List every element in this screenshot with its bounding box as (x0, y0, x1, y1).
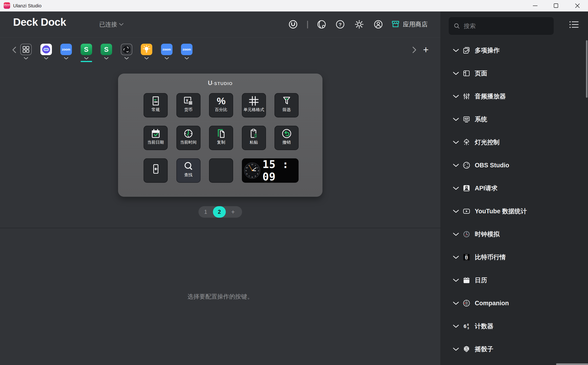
deck-key-back[interactable] (144, 158, 168, 183)
chevron-down-icon[interactable] (44, 57, 48, 60)
add-page-button[interactable]: + (226, 209, 240, 216)
sidebar-category-companion[interactable]: Companion (441, 292, 588, 315)
app-store-button[interactable]: 应用商店 (391, 11, 428, 37)
svg-text:7: 7 (248, 175, 249, 177)
actions-sidebar: 多项操作 页面 音频播放器 (441, 11, 588, 365)
deck-key-copy[interactable]: 复制 (209, 126, 233, 150)
sidebar-category-clock-simulation[interactable]: 时钟模拟 (441, 223, 588, 246)
search-icon (454, 23, 460, 29)
deck-key-find[interactable]: 查找 (176, 158, 200, 183)
toolbar-zoom-app-2[interactable]: zoom (161, 44, 172, 62)
deck-key-undo[interactable]: 撤销 (274, 126, 299, 150)
deck-key-regular[interactable]: 常规 (144, 93, 168, 118)
help-button[interactable]: ? (335, 11, 345, 37)
category-list: 多项操作 页面 音频播放器 (441, 39, 588, 361)
search-box[interactable] (448, 17, 554, 35)
chevron-down-icon[interactable] (64, 57, 68, 60)
chevron-down-icon[interactable] (84, 57, 89, 60)
deck-key-current-time[interactable]: 当前时间 (176, 126, 200, 150)
toolbar-obs-app[interactable] (121, 44, 132, 62)
toolbar-sheets-app-selected[interactable]: S (81, 44, 92, 62)
ulanzi-device-button[interactable] (288, 11, 298, 37)
sidebar-category-system[interactable]: 系统 (441, 108, 588, 131)
deck-key-percent[interactable]: % 百分比 (209, 93, 233, 118)
toolbar-zoom-app-3[interactable]: zoom (181, 44, 192, 62)
toolbar-robot-app[interactable] (41, 44, 52, 62)
key-label: 筛选 (282, 107, 291, 112)
minimize-icon (533, 3, 538, 8)
sidebar-category-bitcoin-market[interactable]: B 比特币行情 (441, 246, 588, 269)
chevron-down-icon[interactable] (144, 57, 149, 60)
svg-text:1: 1 (255, 164, 256, 166)
page-2-button-active[interactable]: 2 (213, 206, 226, 218)
sidebar-category-counter[interactable]: 6 8 3 计数器 (441, 315, 588, 338)
vertical-scrollbar-thumb[interactable] (586, 40, 588, 98)
sidebar-category-obs-studio[interactable]: OBS Studio (441, 154, 588, 177)
currency-icon: ¥ (182, 94, 195, 108)
ulanzi-device-icon (288, 20, 298, 29)
sidebar-category-calendar[interactable]: 日历 (441, 269, 588, 292)
chevron-down-icon (453, 72, 459, 75)
zoom-app-icon: zoom (62, 48, 70, 51)
deck-key-current-date[interactable]: 当前日期 (144, 126, 168, 150)
chevron-down-icon (453, 95, 459, 98)
lightbulb-icon (142, 44, 152, 55)
chevron-down-icon[interactable] (24, 57, 28, 60)
toolbar-scroll-right[interactable] (411, 46, 417, 55)
deck-key-paste[interactable]: 粘贴 (242, 126, 266, 150)
connection-status[interactable]: 已连接 (99, 11, 123, 37)
chevron-down-icon (453, 164, 459, 167)
filter-icon (280, 94, 293, 108)
undo-icon (280, 127, 293, 140)
close-button[interactable] (571, 0, 584, 11)
chevron-down-icon (453, 118, 459, 121)
svg-text:6: 6 (252, 176, 253, 178)
toolbar-sheets-app-2[interactable]: S (101, 44, 112, 62)
chevron-down-icon[interactable] (164, 57, 169, 60)
add-device-button[interactable]: + (421, 45, 431, 55)
sidebar-category-page[interactable]: 页面 (441, 62, 588, 85)
account-button[interactable] (373, 11, 383, 37)
toolbar-scroll-left[interactable] (11, 46, 17, 55)
chevron-down-icon[interactable] (185, 57, 189, 60)
toolbar-zoom-app-1[interactable]: zoom (60, 44, 72, 62)
svg-text:?: ? (339, 22, 342, 27)
sidebar-category-api-request[interactable]: API请求 (441, 177, 588, 200)
svg-text:2: 2 (257, 167, 258, 169)
toolbar-light-app[interactable] (141, 44, 152, 62)
connection-status-label: 已连接 (99, 21, 117, 28)
regular-icon (150, 94, 162, 108)
svg-text:9: 9 (246, 170, 246, 172)
deck-key-currency[interactable]: ¥ 货币 (176, 93, 200, 118)
horizontal-scrollbar-thumb[interactable] (556, 363, 588, 365)
list-view-button[interactable] (569, 21, 580, 30)
gear-icon (354, 20, 364, 29)
deck-key-filter[interactable]: 筛选 (274, 93, 299, 118)
deck-key-empty[interactable] (209, 158, 233, 183)
deck-key-cell-format[interactable]: 单元格格式 (242, 93, 266, 118)
minimize-button[interactable] (528, 0, 542, 11)
sidebar-category-youtube-stats[interactable]: YouTube 数据统计 (441, 200, 588, 223)
svg-text:3: 3 (258, 170, 259, 172)
list-view-icon (569, 21, 580, 29)
deck-clock-widget[interactable]: 12 1 2 3 4 5 6 7 8 9 10 11 (242, 158, 299, 183)
settings-button[interactable] (354, 11, 364, 37)
page-1-button[interactable]: 1 (198, 209, 213, 215)
toolbar-profile-grid[interactable] (20, 44, 32, 62)
sidebar-category-light-control[interactable]: 灯光控制 (441, 131, 588, 154)
chevron-down-icon[interactable] (104, 57, 109, 60)
svg-text:8: 8 (246, 173, 247, 175)
chevron-down-icon (453, 49, 459, 52)
sidebar-category-audio-player[interactable]: 音频播放器 (441, 85, 588, 108)
svg-text:B: B (465, 255, 468, 260)
obs-studio-icon (462, 161, 471, 169)
language-button[interactable] (316, 11, 327, 37)
search-input[interactable] (463, 22, 542, 30)
chevron-down-icon (453, 141, 459, 144)
chevron-down-icon[interactable] (124, 57, 129, 60)
sidebar-category-multi-action[interactable]: 多项操作 (441, 39, 588, 62)
maximize-button[interactable] (549, 0, 563, 11)
multi-action-icon (462, 46, 471, 55)
sidebar-category-dice[interactable]: 摇骰子 (441, 338, 588, 361)
key-label: 复制 (217, 140, 225, 145)
